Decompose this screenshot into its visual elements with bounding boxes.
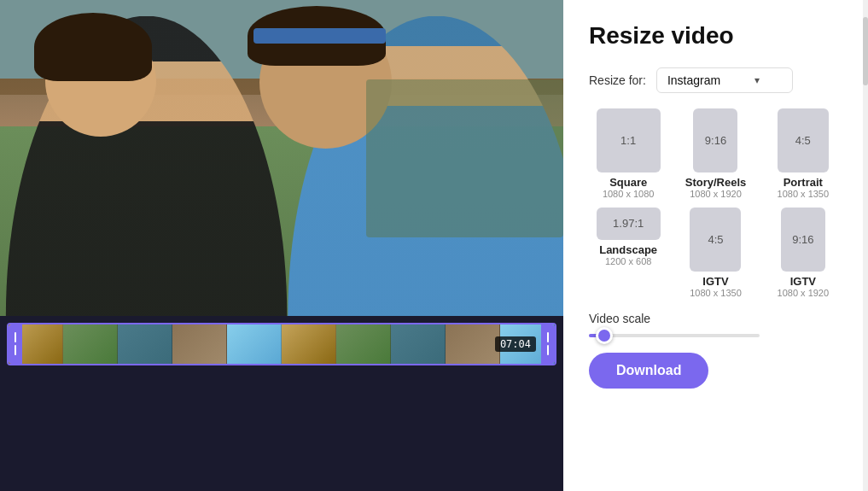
timestamp-badge: 07:04 (495, 336, 536, 352)
format-ratio-igtv45: 4:5 (708, 233, 723, 246)
handle-line-1 (15, 332, 16, 342)
timeline-handle-right[interactable] (541, 324, 555, 364)
thumb-segment-9 (446, 324, 500, 364)
chevron-down-icon: ▾ (754, 74, 760, 86)
format-name-story: Story/Reels (685, 176, 747, 189)
format-thumb-landscape: 1.97:1 (597, 208, 661, 240)
format-name-portrait: Portrait (784, 176, 823, 189)
format-thumb-portrait: 4:5 (778, 108, 829, 172)
format-name-igtv916: IGTV (790, 275, 816, 288)
thumb-segment-8 (391, 324, 446, 364)
video-preview (0, 0, 563, 316)
format-thumb-igtv916: 9:16 (781, 208, 825, 272)
video-frame (0, 0, 563, 316)
page-title: Resize video (589, 21, 842, 50)
right-panel: Resize video Resize for: Instagram ▾ 1:1… (563, 0, 868, 491)
thumb-segment-3 (118, 324, 172, 364)
handle-line-4 (547, 345, 549, 355)
thumb-segment-7 (336, 324, 391, 364)
thumb-segment-4 (172, 324, 227, 364)
format-dims-igtv45: 1080 x 1350 (690, 288, 742, 298)
scale-label: Video scale (589, 312, 842, 325)
handle-line-2 (15, 345, 16, 355)
format-name-igtv45: IGTV (702, 275, 728, 288)
resize-for-value: Instagram (667, 73, 720, 87)
slider-thumb[interactable] (596, 327, 613, 344)
handle-line-3 (547, 332, 549, 342)
format-card-portrait[interactable]: 4:5 Portrait 1080 x 1350 (764, 108, 842, 199)
timeline-strip: 07:04 (0, 316, 563, 371)
thumb-segment-5 (227, 324, 282, 364)
right-handle-lines (547, 332, 549, 355)
video-scale-slider[interactable] (589, 334, 760, 337)
format-card-story[interactable]: 9:16 Story/Reels 1080 x 1920 (676, 108, 754, 199)
format-dims-igtv916: 1080 x 1920 (778, 288, 830, 298)
format-dims-square: 1080 x 1080 (603, 189, 655, 199)
timeline-thumbnails (9, 324, 555, 364)
scrollbar-thumb[interactable] (863, 17, 868, 85)
format-dims-story: 1080 x 1920 (690, 189, 742, 199)
format-ratio-story: 9:16 (705, 134, 726, 147)
format-thumb-igtv45: 4:5 (690, 208, 741, 272)
format-card-landscape[interactable]: 1.97:1 Landscape 1200 x 608 (589, 208, 667, 298)
format-card-igtv916[interactable]: 9:16 IGTV 1080 x 1920 (764, 208, 842, 298)
download-button[interactable]: Download (589, 353, 708, 389)
format-ratio-portrait: 4:5 (795, 134, 811, 147)
format-thumb-square: 1:1 (597, 108, 661, 172)
timeline-handle-left[interactable] (9, 324, 22, 364)
format-ratio-igtv916: 9:16 (792, 233, 813, 246)
format-card-square[interactable]: 1:1 Square 1080 x 1080 (589, 108, 667, 199)
format-name-square: Square (609, 176, 647, 189)
timeline-inner: 07:04 (7, 323, 556, 365)
format-name-landscape: Landscape (599, 243, 657, 256)
format-ratio-square: 1:1 (620, 134, 636, 147)
format-ratio-landscape: 1.97:1 (613, 217, 644, 230)
thumb-segment-2 (63, 324, 118, 364)
resize-for-select[interactable]: Instagram ▾ (656, 67, 793, 93)
scale-section: Video scale (589, 312, 842, 337)
resize-for-row: Resize for: Instagram ▾ (589, 67, 842, 93)
resize-for-label: Resize for: (589, 73, 646, 87)
format-card-igtv45[interactable]: 4:5 IGTV 1080 x 1350 (676, 208, 754, 298)
format-thumb-story: 9:16 (693, 108, 737, 172)
thumb-segment-6 (282, 324, 336, 364)
left-handle-lines (15, 332, 16, 355)
left-panel: 07:04 (0, 0, 563, 491)
scrollbar-track (863, 0, 868, 491)
format-dims-portrait: 1080 x 1350 (778, 189, 830, 199)
format-dims-landscape: 1200 x 608 (605, 256, 651, 266)
format-grid: 1:1 Square 1080 x 1080 9:16 Story/Reels … (589, 108, 842, 298)
